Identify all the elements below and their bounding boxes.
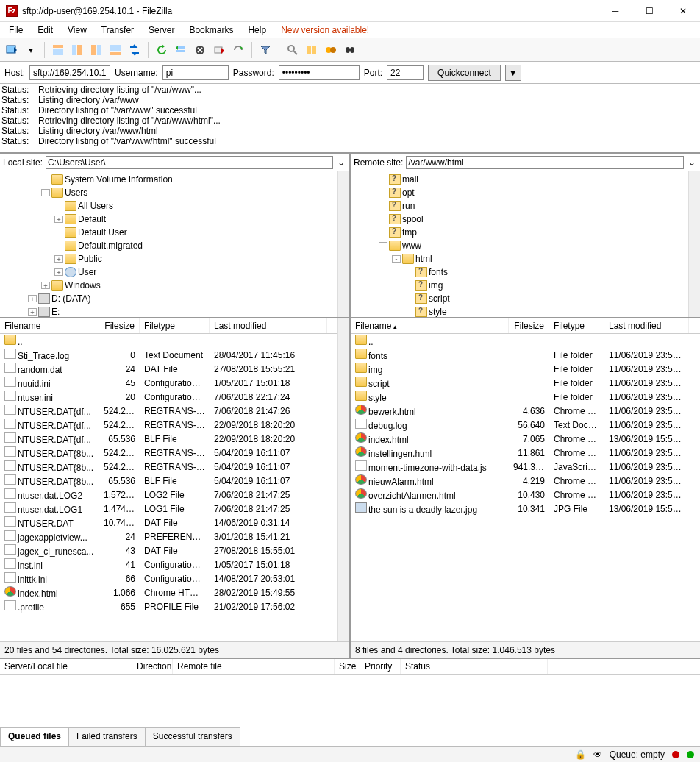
list-item[interactable]: NTUSER.DAT10.747.904DAT File14/06/2019 0… bbox=[0, 516, 349, 530]
expand-icon[interactable]: - bbox=[392, 255, 401, 263]
list-item[interactable]: overzichtAlarmen.html10.430Chrome H...11… bbox=[351, 488, 700, 502]
log-pane[interactable]: Status:Retrieving directory listing of "… bbox=[0, 84, 700, 154]
maximize-button[interactable]: ☐ bbox=[638, 4, 660, 18]
expand-icon[interactable] bbox=[379, 216, 388, 223]
site-manager-dropdown[interactable]: ▾ bbox=[22, 41, 40, 59]
column-header[interactable]: Filetype bbox=[549, 318, 604, 333]
list-item[interactable]: NTUSER.DAT{df...65.536BLF File22/09/2018… bbox=[0, 432, 349, 446]
column-header[interactable]: Filename bbox=[0, 318, 99, 333]
list-item[interactable]: nieuwAlarm.html4.219Chrome H...11/06/201… bbox=[351, 474, 700, 488]
local-file-list[interactable]: FilenameFilesizeFiletypeLast modified ..… bbox=[0, 318, 349, 641]
list-item[interactable]: index.html1.066Chrome HTML...28/02/2019 … bbox=[0, 585, 349, 599]
list-item[interactable]: jagex_cl_runesca...43DAT File27/08/2018 … bbox=[0, 544, 349, 558]
list-item[interactable]: the sun is a deadly lazer.jpg10.341JPG F… bbox=[351, 502, 700, 516]
menu-bookmarks[interactable]: Bookmarks bbox=[183, 24, 239, 37]
tree-item[interactable]: style bbox=[352, 305, 699, 318]
tree-item[interactable]: -www bbox=[352, 239, 699, 252]
list-item[interactable]: debug.log56.640Text Docu...11/06/2019 23… bbox=[351, 418, 700, 432]
tree-item[interactable]: +Public bbox=[1, 252, 348, 266]
tree-item[interactable]: script bbox=[352, 292, 699, 305]
list-item[interactable]: .profile655PROFILE File21/02/2019 17:56:… bbox=[0, 599, 349, 613]
column-header[interactable]: Filesize bbox=[99, 318, 140, 333]
menu-help[interactable]: Help bbox=[242, 24, 272, 37]
quickconnect-button[interactable]: Quickconnect bbox=[428, 65, 501, 81]
tree-item[interactable]: Default.migrated bbox=[1, 239, 348, 252]
tab-successful-transfers[interactable]: Successful transfers bbox=[145, 727, 240, 746]
expand-icon[interactable] bbox=[54, 229, 63, 236]
remote-path-dropdown[interactable]: ⌄ bbox=[687, 157, 697, 168]
cancel-button[interactable] bbox=[191, 41, 209, 59]
list-item[interactable]: NTUSER.DAT{8b...524.288REGTRANS-M...5/04… bbox=[0, 446, 349, 460]
list-item[interactable]: ntuser.dat.LOG21.572.864LOG2 File7/06/20… bbox=[0, 488, 349, 502]
list-item[interactable]: moment-timezone-with-data.js941.321JavaS… bbox=[351, 460, 700, 474]
expand-icon[interactable]: - bbox=[41, 189, 50, 196]
search-button[interactable] bbox=[284, 41, 301, 59]
list-item[interactable]: scriptFile folder11/06/2019 23:53:23 bbox=[351, 376, 700, 390]
list-item[interactable]: index.html7.065Chrome H...13/06/2019 15:… bbox=[351, 432, 700, 446]
menu-edit[interactable]: Edit bbox=[32, 24, 59, 37]
sync-browse-button[interactable] bbox=[322, 41, 340, 59]
expand-icon[interactable] bbox=[379, 229, 388, 236]
filter-button[interactable] bbox=[257, 41, 274, 59]
list-item[interactable]: inittk.ini66Configuration ...14/08/2017 … bbox=[0, 572, 349, 585]
tree-item[interactable]: Default User bbox=[1, 226, 348, 239]
tree-item[interactable]: img bbox=[352, 279, 699, 292]
list-item[interactable]: ntuser.dat.LOG11.474.560LOG1 File7/06/20… bbox=[0, 502, 349, 516]
expand-icon[interactable]: + bbox=[54, 255, 63, 263]
tree-item[interactable]: tmp bbox=[352, 226, 699, 239]
menu-transfer[interactable]: Transfer bbox=[96, 24, 140, 37]
username-input[interactable] bbox=[162, 65, 229, 80]
tree-item[interactable]: opt bbox=[352, 186, 699, 199]
expand-icon[interactable] bbox=[405, 295, 414, 302]
list-item[interactable]: fontsFile folder11/06/2019 23:53:23 bbox=[351, 348, 700, 362]
menu-view[interactable]: View bbox=[62, 24, 93, 37]
menu-server[interactable]: Server bbox=[143, 24, 180, 37]
tree-item[interactable]: +Default bbox=[1, 213, 348, 226]
expand-icon[interactable]: + bbox=[41, 282, 50, 289]
list-item[interactable]: NTUSER.DAT{8b...65.536BLF File5/04/2019 … bbox=[0, 474, 349, 488]
refresh-button[interactable] bbox=[153, 41, 171, 59]
tab-queued-files[interactable]: Queued files bbox=[0, 727, 69, 746]
list-item[interactable]: Sti_Trace.log0Text Document28/04/2017 11… bbox=[0, 348, 349, 362]
column-header[interactable]: Filesize bbox=[509, 318, 549, 333]
close-button[interactable]: ✕ bbox=[672, 4, 694, 18]
local-tree[interactable]: System Volume Information-UsersAll Users… bbox=[0, 171, 349, 318]
expand-icon[interactable] bbox=[379, 176, 388, 183]
tree-item[interactable]: spool bbox=[352, 213, 699, 226]
expand-icon[interactable]: + bbox=[54, 268, 63, 276]
list-item[interactable]: ntuser.ini20Configuration ...7/06/2018 2… bbox=[0, 390, 349, 404]
remote-tree[interactable]: mailoptrunspooltmp-www-htmlfontsimgscrip… bbox=[351, 171, 700, 318]
compare-button[interactable] bbox=[303, 41, 321, 59]
expand-icon[interactable] bbox=[54, 242, 63, 249]
expand-icon[interactable] bbox=[54, 202, 63, 210]
expand-icon[interactable] bbox=[405, 308, 414, 316]
column-header[interactable]: Last modified bbox=[604, 318, 689, 333]
expand-icon[interactable] bbox=[405, 268, 414, 276]
list-item[interactable]: .. bbox=[0, 334, 349, 348]
list-item[interactable]: NTUSER.DAT{df...524.288REGTRANS-M...22/0… bbox=[0, 418, 349, 432]
list-item[interactable]: bewerk.html4.636Chrome H...11/06/2019 23… bbox=[351, 404, 700, 418]
tree-item[interactable]: +User bbox=[1, 266, 348, 279]
tree-item[interactable]: +D: (DATA) bbox=[1, 292, 348, 305]
find-files-button[interactable] bbox=[341, 41, 359, 59]
minimize-button[interactable]: ─ bbox=[604, 4, 626, 18]
menu-new-version[interactable]: New version available! bbox=[275, 24, 375, 37]
list-item[interactable]: NTUSER.DAT{8b...524.288REGTRANS-M...5/04… bbox=[0, 460, 349, 474]
list-item[interactable]: .. bbox=[351, 334, 700, 348]
list-item[interactable]: styleFile folder11/06/2019 23:53:23 bbox=[351, 390, 700, 404]
list-item[interactable]: imgFile folder11/06/2019 23:53:23 bbox=[351, 362, 700, 376]
toggle-remote-tree-button[interactable] bbox=[88, 41, 105, 59]
tree-item[interactable]: -Users bbox=[1, 186, 348, 199]
password-input[interactable] bbox=[279, 65, 360, 80]
tree-item[interactable]: All Users bbox=[1, 199, 348, 213]
tree-item[interactable]: mail bbox=[352, 173, 699, 186]
queue-body[interactable] bbox=[0, 675, 700, 727]
local-path-input[interactable] bbox=[46, 156, 333, 169]
expand-icon[interactable] bbox=[405, 282, 414, 289]
queue-column[interactable]: Remote file bbox=[173, 659, 335, 674]
column-header[interactable]: Last modified bbox=[210, 318, 327, 333]
list-item[interactable]: inst.ini41Configuration ...1/05/2017 15:… bbox=[0, 558, 349, 572]
tree-item[interactable]: run bbox=[352, 199, 699, 213]
transfer-queue-icon[interactable] bbox=[126, 41, 143, 59]
toggle-log-button[interactable] bbox=[49, 41, 67, 59]
